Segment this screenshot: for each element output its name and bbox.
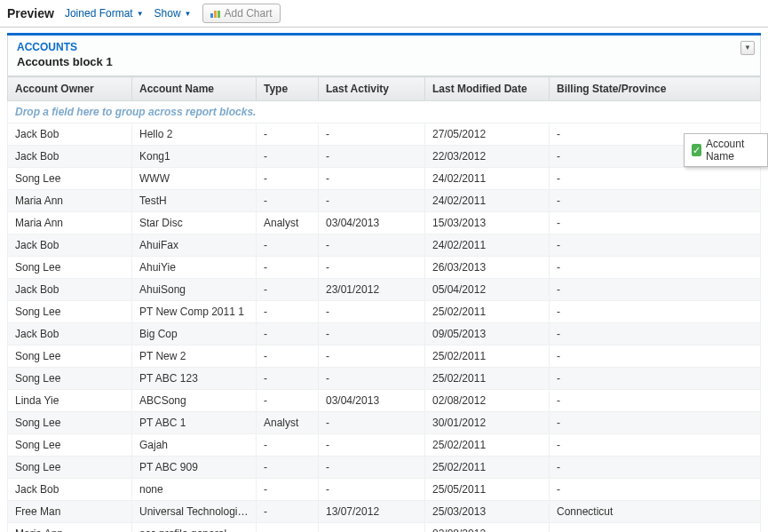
joined-format-label: Joined Format: [65, 7, 133, 20]
add-chart-label: Add Chart: [225, 7, 273, 20]
cell-owner: Song Lee: [8, 412, 132, 434]
table-row[interactable]: Maria AnnStar DiscAnalyst03/04/201315/03…: [8, 212, 761, 234]
cell-last_modified: 05/04/2012: [425, 279, 550, 301]
table-row[interactable]: Song LeePT New 2--25/02/2011-: [8, 345, 761, 368]
block-header: ACCOUNTS Accounts block 1 ▼: [7, 36, 761, 76]
cell-type: Analyst: [257, 412, 319, 434]
table-row[interactable]: Song LeeGajah--25/02/2011-: [8, 434, 761, 457]
cell-owner: Maria Ann: [8, 212, 132, 234]
cell-name: Universal Technologies: [132, 501, 257, 523]
column-header[interactable]: Account Owner: [8, 77, 132, 101]
cell-type: -: [257, 279, 319, 301]
table-row[interactable]: Jack BobAhuiSong-23/01/201205/04/2012-: [8, 279, 761, 301]
column-header[interactable]: Type: [257, 77, 319, 101]
joined-format-menu[interactable]: Joined Format ▼: [65, 7, 144, 20]
table-row[interactable]: Maria Annacc profile general--02/08/2012…: [8, 523, 761, 533]
show-menu[interactable]: Show ▼: [154, 7, 192, 20]
table-row[interactable]: Linda YieABCSong-03/04/201302/08/2012-: [8, 390, 761, 412]
cell-type: -: [257, 390, 319, 412]
cell-billing: -: [550, 345, 761, 368]
table-row[interactable]: Song LeeAhuiYie--26/03/2013-: [8, 257, 761, 279]
cell-last_modified: 15/03/2013: [425, 212, 550, 234]
column-header[interactable]: Account Name: [132, 77, 257, 101]
cell-owner: Jack Bob: [8, 123, 132, 146]
cell-last_activity: 23/01/2012: [319, 279, 425, 301]
column-header[interactable]: Last Modified Date: [425, 77, 550, 101]
cell-name: WWW: [132, 168, 257, 190]
cell-type: -: [257, 168, 319, 190]
table-row[interactable]: Song LeeWWW--24/02/2011-: [8, 168, 761, 190]
table-header-row: Account OwnerAccount NameTypeLast Activi…: [8, 77, 761, 101]
cell-last_modified: 27/05/2012: [425, 123, 550, 146]
cell-owner: Maria Ann: [8, 523, 132, 533]
cell-last_activity: -: [319, 190, 425, 212]
drag-field-chip[interactable]: ✓ Account Name: [684, 133, 768, 167]
preview-title: Preview: [7, 6, 54, 20]
cell-type: -: [257, 501, 319, 523]
cell-name: Hello 2: [132, 123, 257, 146]
table-row[interactable]: Free ManUniversal Technologies-13/07/201…: [8, 501, 761, 523]
group-drop-hint: Drop a field here to group across report…: [8, 101, 761, 123]
cell-name: AhuiSong: [132, 279, 257, 301]
cell-owner: Linda Yie: [8, 390, 132, 412]
cell-last_modified: 25/05/2011: [425, 479, 550, 501]
chevron-down-icon: ▼: [744, 44, 751, 52]
table-row[interactable]: Jack Bobnone--25/05/2011-: [8, 479, 761, 501]
cell-last_modified: 22/03/2012: [425, 146, 550, 168]
cell-name: Kong1: [132, 146, 257, 168]
cell-name: Big Cop: [132, 323, 257, 345]
cell-last_modified: 25/02/2011: [425, 345, 550, 368]
cell-name: PT ABC 909: [132, 457, 257, 479]
cell-owner: Jack Bob: [8, 323, 132, 345]
cell-last_modified: 09/05/2013: [425, 323, 550, 345]
cell-billing: -: [550, 301, 761, 323]
cell-owner: Jack Bob: [8, 146, 132, 168]
cell-type: -: [257, 457, 319, 479]
cell-last_activity: -: [319, 323, 425, 345]
cell-last_activity: -: [319, 234, 425, 257]
cell-name: AhuiFax: [132, 234, 257, 257]
cell-billing: -: [550, 279, 761, 301]
column-header[interactable]: Last Activity: [319, 77, 425, 101]
cell-name: PT New Comp 2011 1: [132, 301, 257, 323]
cell-last_activity: -: [319, 368, 425, 390]
cell-last_activity: -: [319, 123, 425, 146]
cell-last_modified: 24/02/2011: [425, 234, 550, 257]
cell-last_activity: 13/07/2012: [319, 501, 425, 523]
cell-name: PT ABC 123: [132, 368, 257, 390]
table-row[interactable]: Song LeePT New Comp 2011 1--25/02/2011-: [8, 301, 761, 323]
block-menu-button[interactable]: ▼: [740, 41, 755, 55]
cell-owner: Song Lee: [8, 345, 132, 368]
cell-last_activity: -: [319, 345, 425, 368]
chevron-down-icon: ▼: [185, 10, 192, 18]
cell-last_activity: 03/04/2013: [319, 212, 425, 234]
column-header[interactable]: Billing State/Province: [550, 77, 761, 101]
cell-name: TestH: [132, 190, 257, 212]
table-row[interactable]: Jack BobAhuiFax--24/02/2011-: [8, 234, 761, 257]
cell-last_modified: 30/01/2012: [425, 412, 550, 434]
table-row[interactable]: Maria AnnTestH--24/02/2011-: [8, 190, 761, 212]
cell-last_activity: -: [319, 434, 425, 457]
table-row[interactable]: Jack BobKong1--22/03/2012-: [8, 146, 761, 168]
table-row[interactable]: Song LeePT ABC 909--25/02/2011-: [8, 457, 761, 479]
table-row[interactable]: Jack BobHello 2--27/05/2012-: [8, 123, 761, 146]
cell-billing: -: [550, 457, 761, 479]
add-chart-button[interactable]: Add Chart: [202, 4, 281, 23]
group-drop-zone[interactable]: Drop a field here to group across report…: [8, 101, 761, 123]
cell-type: -: [257, 234, 319, 257]
cell-owner: Song Lee: [8, 257, 132, 279]
bar-chart-icon: [210, 9, 221, 18]
cell-last_activity: -: [319, 146, 425, 168]
cell-last_modified: 25/03/2013: [425, 501, 550, 523]
cell-name: none: [132, 479, 257, 501]
block-category: ACCOUNTS: [17, 41, 751, 53]
table-row[interactable]: Song LeePT ABC 123--25/02/2011-: [8, 368, 761, 390]
cell-name: acc profile general: [132, 523, 257, 533]
table-row[interactable]: Jack BobBig Cop--09/05/2013-: [8, 323, 761, 345]
table-row[interactable]: Song LeePT ABC 1Analyst-30/01/2012-: [8, 412, 761, 434]
cell-owner: Song Lee: [8, 168, 132, 190]
cell-type: -: [257, 345, 319, 368]
cell-last_modified: 25/02/2011: [425, 301, 550, 323]
chevron-down-icon: ▼: [137, 10, 144, 18]
cell-billing: -: [550, 412, 761, 434]
